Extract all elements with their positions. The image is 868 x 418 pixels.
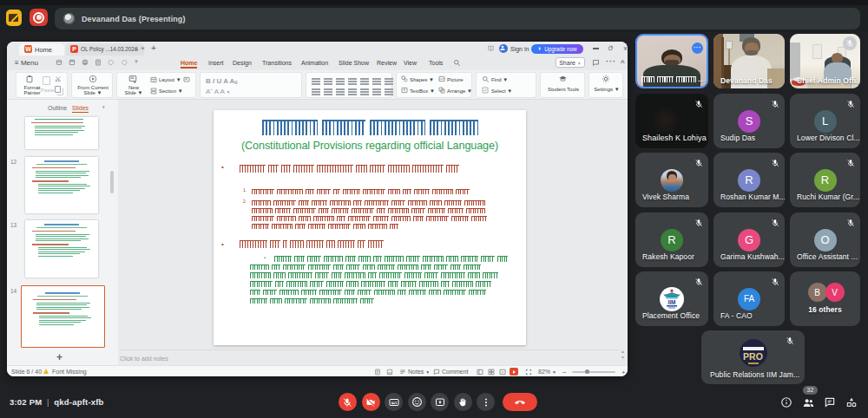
svg-text:IIM: IIM: [667, 298, 675, 304]
